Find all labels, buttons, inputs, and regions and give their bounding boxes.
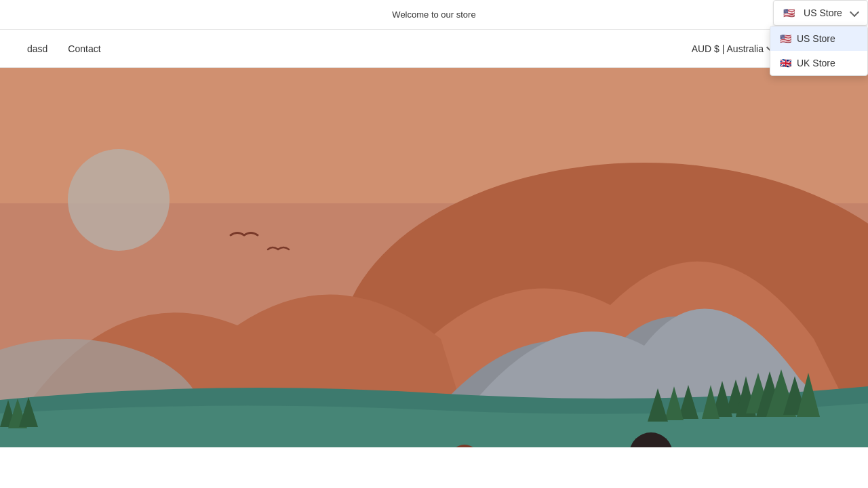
currency-selector[interactable]: AUD $ | Australia	[686, 41, 780, 57]
us-flag-icon: 🇺🇸	[780, 33, 791, 44]
nav-link-dasd[interactable]: dasd	[27, 43, 47, 54]
store-dropdown: 🇺🇸 US Store 🇬🇧 UK Store	[770, 26, 868, 76]
trigger-store-label: US Store	[804, 7, 842, 18]
header: dasd Contact AUD $ | Australia	[0, 30, 868, 68]
store-switcher-chevron-icon	[850, 7, 859, 16]
nav-link-contact[interactable]: Contact	[68, 43, 100, 54]
header-left: dasd Contact	[27, 43, 101, 54]
hero-illustration	[0, 68, 868, 447]
store-switcher-trigger[interactable]: 🇺🇸 US Store	[773, 0, 868, 26]
announcement-text: Welcome to our store	[392, 9, 475, 20]
currency-label: AUD $ | Australia	[692, 43, 764, 54]
uk-flag-icon: 🇬🇧	[780, 58, 791, 68]
announcement-bar: Welcome to our store	[0, 0, 868, 30]
trigger-flag-icon: 🇺🇸	[783, 7, 795, 18]
store-switcher-container: 🇺🇸 US Store 🇺🇸 US Store 🇬🇧 UK Store	[773, 0, 868, 26]
store-option-us[interactable]: 🇺🇸 US Store	[770, 26, 867, 51]
store-option-uk[interactable]: 🇬🇧 UK Store	[770, 51, 867, 75]
us-store-label: US Store	[797, 33, 835, 44]
svg-point-6	[68, 149, 170, 251]
hero-section	[0, 68, 868, 447]
uk-store-label: UK Store	[797, 58, 835, 68]
